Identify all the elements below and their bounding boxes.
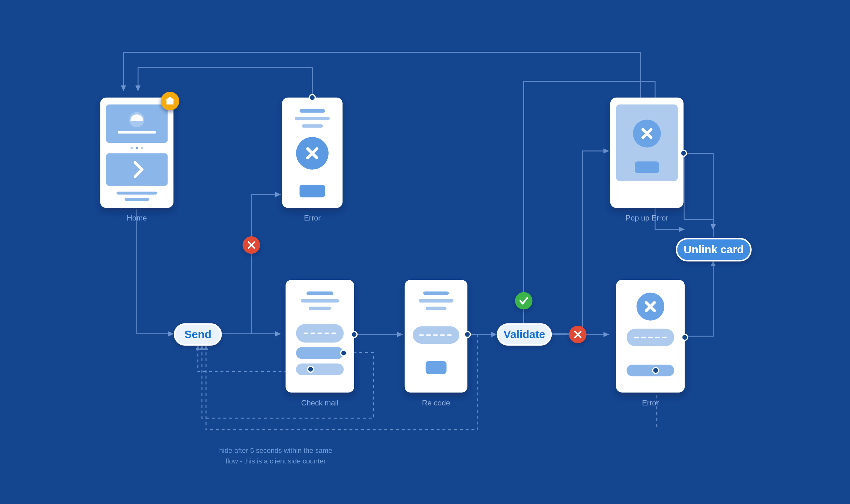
note-line-1: hide after 5 seconds within the same (219, 447, 332, 454)
pill-unlink[interactable]: Unlink card (676, 239, 751, 261)
svg-rect-34 (296, 363, 344, 375)
screen-home-label: Home (127, 214, 147, 222)
screen-home (100, 92, 179, 208)
svg-point-65 (515, 292, 533, 309)
home-badge-icon (161, 92, 179, 110)
svg-rect-41 (426, 307, 446, 310)
svg-point-6 (141, 147, 143, 149)
svg-point-60 (653, 367, 659, 373)
svg-rect-33 (296, 347, 344, 359)
screen-popup-error (610, 97, 687, 208)
pill-send-label: Send (184, 328, 211, 340)
svg-rect-13 (295, 116, 330, 120)
svg-point-36 (341, 350, 347, 356)
svg-rect-48 (426, 361, 446, 374)
screen-check-mail-label: Check mail (301, 399, 339, 407)
svg-rect-3 (118, 131, 156, 133)
pill-validate-label: Validate (503, 328, 546, 340)
svg-point-4 (130, 147, 132, 149)
screen-error-bottom-label: Error (642, 399, 659, 407)
svg-rect-21 (635, 162, 659, 173)
note-line-2: flow - this is a client side counter (226, 457, 326, 465)
svg-rect-16 (300, 185, 325, 197)
screen-error-bottom (616, 280, 688, 392)
screen-popup-error-label: Pop up Error (626, 214, 668, 222)
svg-rect-24 (306, 292, 333, 295)
screen-error-top-label: Error (304, 214, 321, 222)
screen-re-code-label: Re code (422, 399, 450, 407)
svg-rect-40 (419, 299, 454, 303)
svg-rect-25 (301, 299, 339, 303)
svg-rect-14 (302, 124, 323, 128)
svg-point-35 (351, 331, 357, 338)
svg-point-49 (465, 331, 471, 338)
fail-badge-validate (569, 326, 587, 343)
pill-send[interactable]: Send (175, 324, 221, 345)
svg-rect-26 (309, 307, 331, 310)
svg-point-17 (309, 94, 316, 101)
screen-re-code (405, 280, 470, 392)
svg-point-22 (680, 150, 687, 156)
svg-point-5 (136, 147, 138, 149)
svg-rect-8 (117, 192, 157, 194)
screen-error-top (282, 94, 343, 208)
svg-rect-12 (300, 109, 325, 113)
svg-point-59 (682, 334, 688, 340)
svg-point-37 (308, 366, 314, 372)
screen-check-mail (285, 280, 357, 392)
ok-badge-validate (515, 292, 533, 309)
svg-rect-58 (626, 365, 674, 376)
pill-unlink-label: Unlink card (684, 243, 744, 255)
svg-rect-39 (423, 292, 449, 295)
fail-badge-send (243, 236, 260, 254)
pill-validate[interactable]: Validate (498, 324, 551, 345)
svg-rect-7 (106, 154, 167, 186)
svg-rect-9 (124, 198, 149, 201)
